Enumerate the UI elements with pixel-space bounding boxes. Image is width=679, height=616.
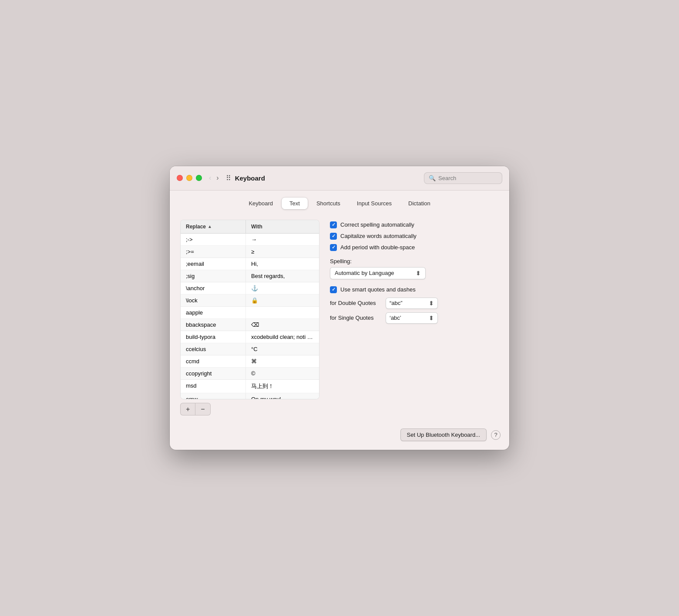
search-icon: 🔍 — [429, 175, 436, 181]
cell-replace: msd — [181, 380, 246, 393]
back-arrow[interactable]: ‹ — [207, 174, 213, 182]
add-period-checkbox[interactable]: ✓ — [330, 244, 337, 251]
cell-with: Hi, — [246, 258, 319, 270]
checkmark-icon: ✓ — [332, 222, 336, 228]
single-quotes-dropdown[interactable]: ‘abc’ ⬍ — [386, 312, 438, 324]
table-row[interactable]: msd 马上到！ — [181, 380, 319, 393]
double-quotes-row: for Double Quotes “abc” ⬍ — [330, 298, 499, 309]
correct-spelling-label: Correct spelling automatically — [340, 221, 414, 228]
cell-replace: ;eemail — [181, 258, 246, 270]
cell-replace: \anchor — [181, 282, 246, 294]
help-button[interactable]: ? — [491, 430, 501, 440]
table-row[interactable]: ;-> → — [181, 234, 319, 246]
cell-with: °C — [246, 343, 319, 355]
right-panel: ✓ Correct spelling automatically ✓ Capit… — [330, 220, 499, 415]
spelling-dropdown[interactable]: Automatic by Language ⬍ — [330, 267, 426, 279]
table-row[interactable]: omw On my way! — [181, 393, 319, 399]
tabbar: Keyboard Text Shortcuts Input Sources Di… — [170, 191, 509, 214]
smart-quotes-checkbox[interactable]: ✓ — [330, 286, 337, 293]
table-row[interactable]: ccopyright © — [181, 368, 319, 380]
table-body: ;-> → ;>= ≥ ;eemail Hi, ;sig Best regard… — [181, 234, 319, 399]
tab-input-sources[interactable]: Input Sources — [349, 198, 400, 209]
cell-replace: ccopyright — [181, 368, 246, 379]
cell-with: xcodebuild clean; noti x... — [246, 331, 319, 343]
smart-quotes-section: ✓ Use smart quotes and dashes for Double… — [330, 286, 499, 324]
remove-row-button[interactable]: − — [195, 403, 210, 415]
capitalize-words-checkbox[interactable]: ✓ — [330, 233, 337, 240]
cell-replace: build-typora — [181, 331, 246, 343]
capitalize-words-row: ✓ Capitalize words automatically — [330, 233, 499, 240]
cell-with: © — [246, 368, 319, 379]
cell-replace: ;-> — [181, 234, 246, 245]
checkmark-icon: ✓ — [332, 244, 336, 250]
bluetooth-keyboard-button[interactable]: Set Up Bluetooth Keyboard... — [400, 429, 487, 441]
spelling-dropdown-value: Automatic by Language — [335, 270, 416, 276]
cell-replace: \lock — [181, 295, 246, 306]
chevron-updown-icon: ⬍ — [429, 300, 434, 307]
double-quotes-dropdown[interactable]: “abc” ⬍ — [386, 298, 438, 309]
cell-replace: bbackspace — [181, 319, 246, 331]
bottom-bar: Set Up Bluetooth Keyboard... ? — [170, 424, 509, 450]
col-replace-header: Replace ▲ — [181, 220, 246, 233]
single-quotes-value: ‘abc’ — [390, 315, 429, 321]
tab-keyboard[interactable]: Keyboard — [241, 198, 281, 209]
table-row[interactable]: \anchor ⚓ — [181, 282, 319, 295]
cell-replace: ;sig — [181, 270, 246, 282]
titlebar: ‹ › ⠿ Keyboard 🔍 — [170, 166, 509, 191]
table-row[interactable]: bbackspace ⌫ — [181, 319, 319, 331]
correct-spelling-checkbox[interactable]: ✓ — [330, 221, 337, 228]
keyboard-preferences-window: ‹ › ⠿ Keyboard 🔍 Keyboard Text Shortcuts… — [170, 166, 509, 450]
add-period-label: Add period with double-space — [340, 244, 415, 251]
single-quotes-label: for Single Quotes — [330, 315, 382, 321]
single-quotes-row: for Single Quotes ‘abc’ ⬍ — [330, 312, 499, 324]
search-input[interactable] — [438, 175, 497, 181]
chevron-updown-icon: ⬍ — [429, 315, 434, 321]
chevron-updown-icon: ⬍ — [416, 270, 421, 277]
cell-with — [246, 307, 319, 318]
add-row-button[interactable]: + — [180, 403, 195, 415]
autocomplete-table-section: Replace ▲ With ;-> → ;>= ≥ — [180, 220, 319, 415]
capitalize-words-label: Capitalize words automatically — [340, 233, 417, 239]
cell-with: 马上到！ — [246, 380, 319, 393]
forward-arrow[interactable]: › — [215, 174, 220, 182]
table-row[interactable]: ;sig Best regards, — [181, 270, 319, 282]
spelling-section-label: Spelling: — [330, 258, 499, 264]
smart-quotes-label: Use smart quotes and dashes — [340, 286, 416, 293]
table-row[interactable]: build-typora xcodebuild clean; noti x... — [181, 331, 319, 343]
table-row[interactable]: \lock 🔒 — [181, 295, 319, 307]
tab-text[interactable]: Text — [282, 198, 308, 209]
search-box[interactable]: 🔍 — [424, 172, 502, 184]
cell-with: ⚓ — [246, 282, 319, 294]
table-row[interactable]: aapple — [181, 307, 319, 319]
table-row[interactable]: ccmd ⌘ — [181, 355, 319, 368]
tab-dictation[interactable]: Dictation — [400, 198, 438, 209]
cell-replace: ccmd — [181, 355, 246, 367]
checkmark-icon: ✓ — [332, 233, 336, 239]
correct-spelling-row: ✓ Correct spelling automatically — [330, 221, 499, 228]
cell-with: 🔒 — [246, 295, 319, 306]
smart-quotes-row: ✓ Use smart quotes and dashes — [330, 286, 499, 293]
nav-arrows: ‹ › — [207, 174, 221, 182]
grid-icon: ⠿ — [226, 174, 231, 182]
cell-replace: ;>= — [181, 246, 246, 258]
cell-with: On my way! — [246, 393, 319, 399]
close-button[interactable] — [177, 175, 183, 181]
cell-replace: ccelcius — [181, 343, 246, 355]
checkmark-icon: ✓ — [332, 287, 336, 292]
table-row[interactable]: ccelcius °C — [181, 343, 319, 355]
table-row[interactable]: ;eemail Hi, — [181, 258, 319, 270]
traffic-lights — [177, 175, 202, 181]
autocomplete-table: Replace ▲ With ;-> → ;>= ≥ — [180, 220, 319, 399]
maximize-button[interactable] — [196, 175, 202, 181]
minimize-button[interactable] — [186, 175, 192, 181]
window-title: Keyboard — [235, 174, 424, 182]
sort-arrow-icon: ▲ — [208, 224, 212, 229]
cell-replace: aapple — [181, 307, 246, 318]
cell-with: ≥ — [246, 246, 319, 258]
cell-with: → — [246, 234, 319, 245]
double-quotes-label: for Double Quotes — [330, 300, 382, 306]
tab-shortcuts[interactable]: Shortcuts — [309, 198, 348, 209]
cell-replace: omw — [181, 393, 246, 399]
cell-with: ⌘ — [246, 355, 319, 367]
table-row[interactable]: ;>= ≥ — [181, 246, 319, 258]
